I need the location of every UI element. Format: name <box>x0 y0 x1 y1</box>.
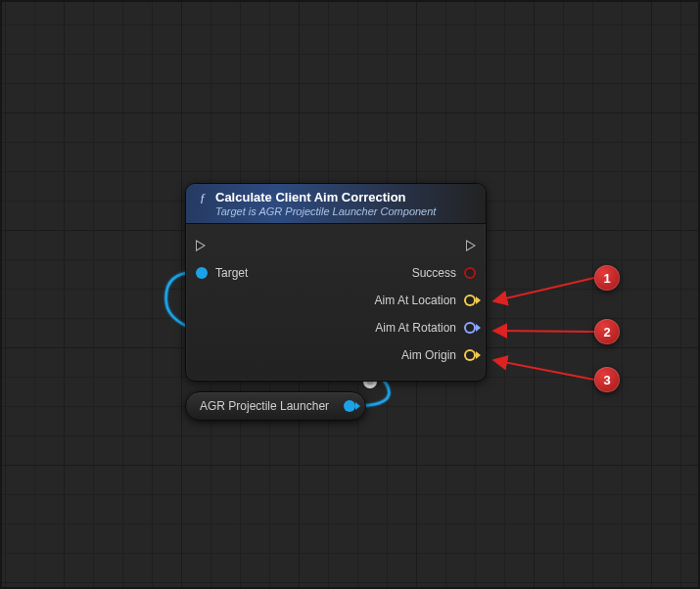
success-output-pin[interactable] <box>464 267 476 279</box>
aim-at-location-label: Aim At Location <box>375 294 456 307</box>
exec-out-pin[interactable] <box>466 240 476 251</box>
callout-badge-1-text: 1 <box>603 271 610 286</box>
function-icon: ƒ <box>196 191 210 204</box>
target-input-label: Target <box>215 266 248 280</box>
variable-output-pin[interactable] <box>344 400 355 412</box>
variable-get-node[interactable]: AGR Projectile Launcher <box>185 391 366 421</box>
node-header[interactable]: ƒ Calculate Client Aim Correction Target… <box>186 184 486 224</box>
callout-badge-2: 2 <box>594 319 620 344</box>
aim-origin-label: Aim Origin <box>401 348 456 362</box>
aim-at-location-pin[interactable] <box>464 294 476 306</box>
node-subtitle: Target is AGR Projectile Launcher Compon… <box>215 205 476 217</box>
node-title: Calculate Client Aim Correction <box>215 190 406 204</box>
aim-at-rotation-label: Aim At Rotation <box>375 321 456 335</box>
blueprint-function-node[interactable]: ƒ Calculate Client Aim Correction Target… <box>185 183 487 382</box>
exec-in-pin[interactable] <box>196 240 206 251</box>
callout-badge-3-text: 3 <box>603 373 610 387</box>
callout-badge-3: 3 <box>594 367 620 392</box>
callout-badge-2-text: 2 <box>603 325 610 340</box>
target-input-pin[interactable] <box>196 267 208 279</box>
callout-badge-1: 1 <box>594 265 620 291</box>
variable-label: AGR Projectile Launcher <box>200 399 329 413</box>
aim-at-rotation-pin[interactable] <box>464 322 476 334</box>
node-body: Target Success Aim At Location Aim At Ro… <box>186 224 486 381</box>
aim-origin-pin[interactable] <box>464 349 476 361</box>
success-output-label: Success <box>412 266 456 280</box>
